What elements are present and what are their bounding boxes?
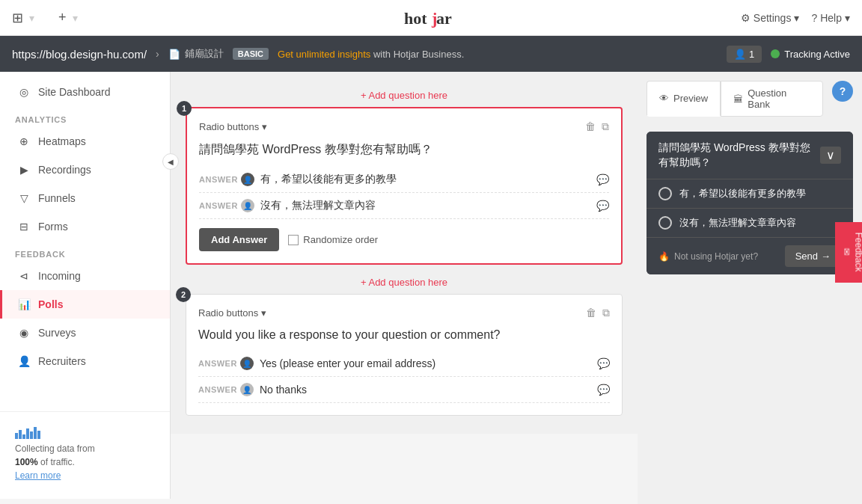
bar-6 (34, 427, 37, 439)
add-answer-button[interactable]: Add Answer (199, 228, 279, 251)
q1-comment-icon-2[interactable]: 💬 (596, 200, 609, 212)
funnels-icon: ▽ (17, 191, 31, 205)
sidebar-item-recordings[interactable]: ▶ Recordings (0, 156, 170, 184)
site-bar: https://blog.design-hu.com/ › 📄 鋪廟設計 BAS… (0, 36, 862, 72)
q1-comment-icon-1[interactable]: 💬 (596, 173, 609, 185)
question-number-1: 1 (177, 101, 192, 116)
site-url[interactable]: https://blog.design-hu.com/ (12, 48, 147, 61)
breadcrumb-separator: › (156, 48, 159, 60)
bar-3 (22, 434, 25, 439)
q1-type-select[interactable]: Radio buttons ▾ (199, 121, 267, 132)
upgrade-prompt: Get unlimited insights with Hotjar Busin… (278, 49, 464, 60)
sidebar-item-funnels[interactable]: ▽ Funnels (0, 184, 170, 212)
sidebar-analytics-section: ANALYTICS (0, 106, 170, 127)
widget-radio-2 (658, 216, 672, 230)
q2-duplicate-icon[interactable]: ⧉ (602, 307, 610, 319)
sidebar-collapse-button[interactable]: ◀ (162, 153, 179, 170)
randomize-checkbox[interactable] (288, 235, 299, 245)
polls-icon: 📊 (17, 298, 31, 311)
sidebar-item-heatmaps[interactable]: ⊕ Heatmaps (0, 127, 170, 156)
q1-delete-icon[interactable]: 🗑 (585, 120, 596, 133)
q2-title: Would you like a response to your questi… (198, 328, 610, 342)
app-logo: hot j ar (404, 7, 458, 28)
widget-send-button[interactable]: Send → (785, 245, 841, 267)
breadcrumb-item: 📄 鋪廟設計 (168, 47, 224, 61)
plan-badge: BASIC (233, 48, 269, 60)
q2-comment-icon-2[interactable]: 💬 (597, 384, 610, 396)
settings-button[interactable]: ⚙ Settings ▾ (741, 12, 800, 24)
q1-answer-icon-2: 👤 (241, 199, 254, 212)
learn-more-link[interactable]: Learn more (15, 470, 61, 481)
feedback-email-icon: ✉ (842, 248, 852, 256)
widget-preview: 請問鴿學苑 WordPress 教學對您有幫助嗎？ ∨ 有，希望以後能有更多的教… (646, 132, 853, 274)
widget-collapse-button[interactable]: ∨ (820, 147, 841, 164)
traffic-bars (15, 424, 40, 439)
sidebar-item-dashboard[interactable]: ◎ Site Dashboard (0, 78, 170, 106)
q1-duplicate-icon[interactable]: ⧉ (602, 120, 609, 133)
q2-header: Radio buttons ▾ 🗑 ⧉ (198, 307, 610, 319)
sidebar-wrapper: ◎ Site Dashboard ANALYTICS ⊕ Heatmaps ▶ … (0, 72, 171, 504)
help-arrow: ▾ (845, 12, 850, 24)
add-icon[interactable]: + (58, 10, 67, 25)
tab-preview[interactable]: 👁 Preview (646, 81, 721, 117)
q2-answer-2: ANSWER 👤 No thanks 💬 (198, 377, 610, 403)
svg-text:ar: ar (436, 9, 452, 28)
add-arrow: ▾ (73, 12, 78, 24)
top-navbar: ⊞ ▾ + ▾ hot j ar ⚙ Settings ▾ ? Help ▾ (0, 0, 862, 36)
q1-answer-text-1[interactable]: 有，希望以後能有更多的教學 (260, 173, 596, 186)
bar-4 (26, 428, 29, 439)
q2-comment-icon-1[interactable]: 💬 (597, 357, 610, 369)
sidebar-item-polls[interactable]: 📊 Polls (0, 290, 170, 319)
sidebar-item-forms[interactable]: ⊟ Forms (0, 212, 170, 241)
bar-2 (19, 430, 22, 439)
nav-left: ⊞ ▾ + ▾ (12, 10, 78, 26)
sidebar-item-recruiters[interactable]: 👤 Recruiters (0, 347, 170, 375)
q2-answer-label-1: ANSWER 👤 (198, 357, 254, 370)
question-block-1: 1 Radio buttons ▾ 🗑 ⧉ 請問鴿學苑 WordPress 教學… (186, 107, 623, 265)
q2-delete-icon[interactable]: 🗑 (586, 307, 596, 319)
q1-answer-icon-1: 👤 (241, 173, 254, 186)
q1-title: 請問鴿學苑 WordPress 教學對您有幫助嗎？ (199, 142, 609, 158)
q1-footer: Add Answer Randomize order (199, 228, 609, 251)
add-question-middle[interactable]: + Add question here (186, 271, 623, 294)
bank-icon: 🏛 (733, 93, 743, 105)
grid-icon[interactable]: ⊞ (12, 10, 23, 26)
q2-type-select[interactable]: Radio buttons ▾ (198, 307, 266, 319)
q1-answer-label-2: ANSWER 👤 (199, 199, 254, 212)
help-button[interactable]: ? Help ▾ (811, 12, 850, 24)
user-icon: 👤 (734, 49, 746, 60)
sidebar-item-surveys[interactable]: ◉ Surveys (0, 319, 170, 347)
bar-7 (37, 431, 40, 439)
add-question-top[interactable]: + Add question here (186, 84, 623, 107)
q2-answer-text-1[interactable]: Yes (please enter your email address) (260, 357, 597, 369)
settings-arrow: ▾ (794, 12, 799, 24)
type-arrow: ▾ (262, 121, 267, 132)
flame-icon: 🔥 (658, 251, 670, 262)
upgrade-link[interactable]: Get unlimited insights (278, 49, 370, 60)
help-button-preview[interactable]: ? (832, 81, 853, 102)
q2-answer-text-2[interactable]: No thanks (260, 384, 597, 396)
q1-actions: 🗑 ⧉ (585, 120, 609, 133)
widget-question: 請問鴿學苑 WordPress 教學對您有幫助嗎？ (658, 141, 820, 170)
q1-answer-text-2[interactable]: 沒有，無法理解文章內容 (260, 199, 596, 212)
main-layout: ◎ Site Dashboard ANALYTICS ⊕ Heatmaps ▶ … (0, 72, 862, 504)
bar-5 (30, 431, 33, 439)
q2-answer-icon-2: 👤 (240, 383, 254, 396)
sidebar: ◎ Site Dashboard ANALYTICS ⊕ Heatmaps ▶ … (0, 72, 171, 499)
sidebar-feedback-section: FEEDBACK (0, 241, 170, 262)
page-icon: 📄 (168, 49, 180, 60)
widget-option-2[interactable]: 沒有，無法理解文章章內容 (646, 208, 853, 237)
widget-footer: 🔥 Not using Hotjar yet? Send → (646, 237, 853, 274)
tab-question-bank[interactable]: 🏛 Question Bank (721, 81, 823, 117)
widget-option-1[interactable]: 有，希望以後能有更多的教學 (646, 179, 853, 208)
widget-header: 請問鴿學苑 WordPress 教學對您有幫助嗎？ ∨ (646, 132, 853, 179)
surveys-icon: ◉ (17, 326, 31, 339)
preview-tabs: 👁 Preview 🏛 Question Bank (646, 81, 823, 117)
nav-arrow: ▾ (29, 12, 34, 24)
feedback-tab[interactable]: Feedback ✉ (836, 222, 862, 283)
sidebar-footer: Collecting data from 100% of traffic. Le… (0, 411, 170, 493)
q1-answer-label-1: ANSWER 👤 (199, 173, 254, 186)
q2-answer-icon-1: 👤 (240, 357, 254, 370)
sidebar-item-incoming[interactable]: ⊲ Incoming (0, 262, 170, 290)
q1-answer-1: ANSWER 👤 有，希望以後能有更多的教學 💬 (199, 167, 609, 193)
